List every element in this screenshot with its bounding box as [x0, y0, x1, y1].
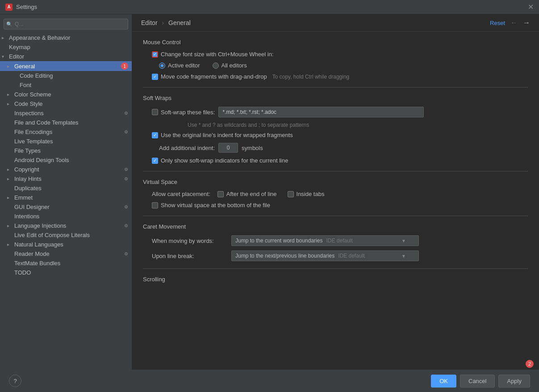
- after-end-label: After the end of line: [226, 191, 277, 197]
- when-moving-row: When moving by words: Jump to the curren…: [143, 235, 528, 246]
- sidebar-label: Live Templates: [14, 138, 128, 145]
- sidebar-label: Emmet: [14, 194, 128, 201]
- sidebar-label: TODO: [14, 269, 128, 276]
- expand-arrow: ▸: [7, 195, 13, 200]
- config-icon: ⚙: [124, 223, 128, 228]
- sidebar-item-language-injections[interactable]: ▸Language Injections⚙: [0, 221, 132, 230]
- editor-radio-row: Active editor All editors: [143, 62, 528, 69]
- show-virtual-cb-wrap[interactable]: Show virtual space at the bottom of the …: [152, 202, 270, 209]
- sidebar-item-general[interactable]: ▸General1: [0, 61, 132, 71]
- upon-line-break-dropdown[interactable]: Jump to the next/previous line boundarie…: [231, 250, 419, 261]
- config-icon: ⚙: [124, 176, 128, 181]
- expand-arrow: ▸: [7, 223, 13, 228]
- when-moving-dropdown[interactable]: Jump to the current word boundaries IDE …: [231, 235, 419, 246]
- sidebar-label: File Encodings: [14, 129, 122, 135]
- original-indent-cb-wrap[interactable]: Use the original line's indent for wrapp…: [152, 132, 293, 138]
- back-button[interactable]: ←: [510, 19, 518, 27]
- sidebar-item-intentions[interactable]: Intentions: [0, 212, 132, 221]
- help-button[interactable]: ?: [9, 375, 21, 387]
- sidebar-item-live-templates[interactable]: Live Templates: [0, 137, 132, 146]
- after-end-checkbox[interactable]: [217, 191, 224, 197]
- sidebar-item-android-design-tools[interactable]: Android Design Tools: [0, 155, 132, 165]
- sidebar-item-textmate-bundles[interactable]: TextMate Bundles: [0, 259, 132, 268]
- sidebar-item-inlay-hints[interactable]: ▸Inlay Hints⚙: [0, 174, 132, 183]
- soft-wrap-cb-wrap[interactable]: Soft-wrap these files:: [152, 109, 215, 116]
- forward-button[interactable]: →: [523, 19, 530, 27]
- sidebar-item-code-style[interactable]: ▸Code Style: [0, 99, 132, 108]
- cancel-button[interactable]: Cancel: [460, 375, 495, 388]
- sidebar-item-code-editing[interactable]: Code Editing: [0, 71, 132, 80]
- only-show-checkbox[interactable]: [152, 158, 158, 164]
- change-font-size-cb-wrap[interactable]: Change font size with Ctrl+Mouse Wheel i…: [152, 51, 274, 58]
- main-content: Editor › General Reset ← → Mouse Control: [132, 14, 539, 370]
- sidebar-item-live-edit-compose[interactable]: Live Edit of Compose Literals: [0, 230, 132, 240]
- sidebar-label: Font: [20, 82, 128, 88]
- expand-arrow: ▸: [7, 64, 13, 69]
- active-editor-radio-wrap[interactable]: Active editor: [159, 62, 200, 69]
- sidebar-item-file-types[interactable]: File Types: [0, 146, 132, 155]
- sidebar-item-appearance[interactable]: ▸Appearance & Behavior: [0, 33, 132, 42]
- inside-tabs-cb-wrap[interactable]: Inside tabs: [288, 191, 325, 197]
- only-show-label: Only show soft-wrap indicators for the c…: [161, 157, 288, 164]
- sidebar-item-emmet[interactable]: ▸Emmet: [0, 193, 132, 202]
- config-icon: ⚙: [124, 251, 128, 256]
- move-code-checkbox[interactable]: [152, 74, 158, 80]
- close-button[interactable]: ✕: [528, 3, 534, 11]
- expand-arrow: ▸: [7, 176, 13, 181]
- divider-3: [143, 216, 528, 216]
- sidebar-label: Appearance & Behavior: [9, 34, 128, 41]
- settings-dialog: 🔍 ▸Appearance & BehaviorKeymap▾Editor▸Ge…: [0, 14, 539, 392]
- search-input[interactable]: [4, 19, 128, 29]
- sidebar-label: General: [14, 63, 117, 70]
- sidebar: 🔍 ▸Appearance & BehaviorKeymap▾Editor▸Ge…: [0, 14, 132, 370]
- only-show-cb-wrap[interactable]: Only show soft-wrap indicators for the c…: [152, 157, 288, 164]
- sidebar-item-gui-designer[interactable]: GUI Designer⚙: [0, 202, 132, 212]
- sidebar-label: Reader Mode: [14, 250, 122, 257]
- change-font-size-checkbox[interactable]: [152, 51, 158, 58]
- show-virtual-space-row: Show virtual space at the bottom of the …: [143, 202, 528, 209]
- all-editors-radio[interactable]: [213, 63, 219, 69]
- apply-button[interactable]: Apply: [498, 375, 530, 388]
- sidebar-item-natural-languages[interactable]: ▸Natural Languages: [0, 240, 132, 249]
- soft-wrap-checkbox[interactable]: [152, 109, 158, 115]
- soft-wrap-input[interactable]: [218, 107, 424, 117]
- add-indent-input[interactable]: [218, 143, 238, 153]
- sidebar-item-font[interactable]: Font: [0, 80, 132, 90]
- breadcrumb-editor[interactable]: Editor: [141, 19, 158, 26]
- original-indent-checkbox[interactable]: [152, 132, 158, 138]
- upon-line-break-value: Jump to the next/previous line boundarie…: [235, 253, 334, 259]
- sidebar-item-editor[interactable]: ▾Editor: [0, 52, 132, 61]
- title-bar: A Settings ✕: [0, 0, 539, 14]
- scrolling-section: Scrolling: [143, 276, 528, 283]
- sidebar-label: Code Style: [14, 100, 128, 107]
- active-editor-radio[interactable]: [159, 63, 165, 69]
- inside-tabs-checkbox[interactable]: [288, 191, 294, 197]
- sidebar-item-duplicates[interactable]: Duplicates: [0, 183, 132, 193]
- breadcrumb-general: General: [168, 19, 191, 26]
- divider-4: [143, 268, 528, 269]
- show-virtual-checkbox[interactable]: [152, 202, 158, 209]
- sidebar-item-inspections[interactable]: Inspections⚙: [0, 108, 132, 118]
- mouse-control-title: Mouse Control: [143, 39, 528, 46]
- caret-movement-title: Caret Movement: [143, 223, 528, 230]
- only-show-indicators-row: Only show soft-wrap indicators for the c…: [143, 157, 528, 164]
- all-editors-radio-wrap[interactable]: All editors: [213, 62, 247, 69]
- active-editor-label: Active editor: [168, 62, 200, 69]
- sidebar-item-reader-mode[interactable]: Reader Mode⚙: [0, 249, 132, 259]
- corner-badge: 2: [526, 360, 534, 368]
- ok-button[interactable]: OK: [431, 375, 456, 388]
- sidebar-item-todo[interactable]: TODO: [0, 268, 132, 277]
- after-end-cb-wrap[interactable]: After the end of line: [217, 191, 277, 197]
- reset-button[interactable]: Reset: [490, 20, 505, 26]
- sidebar-item-copyright[interactable]: ▸Copyright⚙: [0, 165, 132, 174]
- dialog-footer: ? OK Cancel Apply: [0, 370, 539, 392]
- all-editors-label: All editors: [221, 62, 247, 69]
- sidebar-item-file-code-templates[interactable]: File and Code Templates: [0, 118, 132, 127]
- sidebar-item-color-scheme[interactable]: ▸Color Scheme: [0, 90, 132, 99]
- sidebar-item-file-encodings[interactable]: File Encodings⚙: [0, 127, 132, 137]
- sidebar-label: Natural Languages: [14, 241, 128, 248]
- breadcrumb: Editor › General: [141, 19, 191, 26]
- move-code-cb-wrap[interactable]: Move code fragments with drag-and-drop: [152, 73, 267, 80]
- config-icon: ⚙: [124, 111, 128, 116]
- sidebar-item-keymap[interactable]: Keymap: [0, 42, 132, 52]
